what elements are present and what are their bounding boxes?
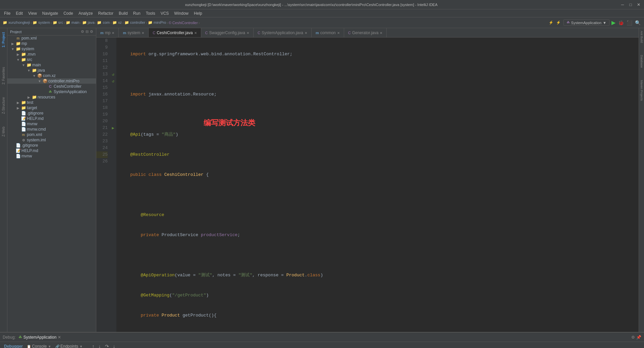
debugger-tab[interactable]: Debugger [3,343,24,348]
stop-button[interactable]: ⬛ [626,19,633,26]
code-line-9 [120,71,644,78]
folder-icon: 📁 [21,100,26,105]
tree-item-system[interactable]: ▼ 📁 system [7,46,96,52]
step-into-btn[interactable]: ↓ [112,343,117,348]
tree-item-root-mvnw[interactable]: 📄 mvnw [7,153,96,159]
breadcrumb-minipro[interactable]: 📁 miniPro [148,20,166,25]
debug-app-label[interactable]: ☘ SystemApplication ✕ [18,335,61,340]
run-config-dropdown[interactable]: ☘ SystemApplication ▼ [564,19,609,26]
tree-item-root-helpmd[interactable]: 📝 HELP.md [7,148,96,153]
project-tab[interactable]: 1: Project [0,29,7,50]
breadcrumb-controller[interactable]: 📁 controller [124,20,145,25]
bottom-panel: Debug: ☘ SystemApplication ✕ ⚙ 📌 Debugge… [0,332,644,348]
menu-vcs[interactable]: VCS [158,10,172,16]
tree-item-controller-minipro[interactable]: ▼ 📦 controller.miniPro [7,78,96,84]
tree-item-gitignore[interactable]: 📄 .gitignore [7,111,96,116]
code-editor[interactable]: 编写测试方法类 8 9 10 11 12 13 14 15 16 17 18 1… [96,38,644,332]
tree-item-ceshicontroller[interactable]: C CeshiController [7,84,96,89]
tab-swagger[interactable]: C SwaggerConfig.java ✕ [201,28,254,38]
menu-code[interactable]: Code [61,10,76,16]
menu-view[interactable]: View [25,10,40,16]
menu-edit[interactable]: Edit [13,10,25,16]
tree-item-target[interactable]: ▶ 📁 target [7,105,96,111]
menu-navigate[interactable]: Navigate [40,10,61,16]
breadcrumb-java[interactable]: 📁 java [82,20,95,25]
tab-common[interactable]: m common ✕ [312,28,344,38]
tree-item-systemapplication[interactable]: ☘ SystemApplication [7,89,96,94]
tab-system[interactable]: m system ✕ [119,28,149,38]
debug-button[interactable]: 🐞 [618,19,625,26]
gutter-run-icon-13[interactable]: ↺ [110,71,116,78]
database-panel[interactable]: Database [639,52,644,71]
favorites-tab[interactable]: 2: Favorites [0,64,7,87]
maximize-button[interactable]: □ [628,2,633,7]
xml-icon: m [21,133,26,137]
tree-item-mvnw[interactable]: 📄 mvnw [7,121,96,127]
step-over-btn[interactable]: ↷ [104,343,110,348]
breadcrumb-ceshi[interactable]: © CeshiController [169,21,198,25]
tree-item-test[interactable]: ▶ 📁 test [7,100,96,105]
code-line-21: private Product getProduct(){ [120,312,644,319]
tree-item-systemiml[interactable]: ⚙ system.iml [7,137,96,143]
project-header: Project ⚙ ⊟ ⚙ [7,28,96,36]
minimize-button[interactable]: ─ [620,2,625,7]
tree-item-mvnwcmd[interactable]: 📄 mvnw.cmd [7,127,96,132]
tree-item-pom[interactable]: m pom.xml [7,132,96,137]
breadcrumb-main[interactable]: 📁 main [66,20,79,25]
structure-tab[interactable]: Z-Structure [0,94,7,117]
tree-item-root-gitignore[interactable]: 📄 .gitignore [7,143,96,148]
project-settings-btn[interactable]: ⚙ [90,29,93,34]
tree-item-pom-root[interactable]: m pom.xml [7,36,96,41]
close-button[interactable]: ✕ [636,2,641,7]
code-line-16: @Resource [120,212,644,218]
tree-item-mp[interactable]: ▶ 📁 mp [7,41,96,46]
code-line-17: private ProductService productService; [120,232,644,238]
breadcrumb-xz[interactable]: 📁 xz [112,20,122,25]
console-tab[interactable]: 📋 Console ▼ [25,343,53,348]
debug-pin-btn[interactable]: 📌 [636,335,641,340]
project-collapse-btn[interactable]: ⊟ [86,29,89,34]
search-button[interactable]: 🔍 [634,19,641,26]
menu-tools[interactable]: Tools [143,10,158,16]
ant-build-panel[interactable]: Ant Build [639,28,644,46]
tab-ceshi[interactable]: C CeshiController.java ✕ [149,28,201,38]
tab-generator[interactable]: C Generator.java ✕ [344,28,387,38]
menu-build[interactable]: Build [116,10,130,16]
tree-item-helpmd[interactable]: 📝 HELP.md [7,116,96,121]
breadcrumb-src[interactable]: 📁 src [53,20,63,25]
code-content[interactable]: import org.springframework.web.bind.anno… [116,38,644,332]
tab-sysapp[interactable]: C SystemApplication.java ✕ [254,28,312,38]
project-tree: m pom.xml ▶ 📁 mp ▼ 📁 system ▶ 📁 .mvn [7,36,96,332]
menu-file[interactable]: File [1,10,13,16]
endpoints-tab[interactable]: 🔗 Endpoints ▼ [54,343,84,348]
gutter: ↺ ↺ ▶ [110,38,116,332]
menu-analyze[interactable]: Analyze [76,10,96,16]
gutter-run-icon-21[interactable]: ▶ [110,125,116,131]
run-button[interactable]: ▶ [611,19,616,26]
file-icon: 📄 [15,154,21,158]
gutter-run-icon-14[interactable]: ↺ [110,78,116,84]
breadcrumb-root[interactable]: 📁 xunzhongkeji [3,20,30,25]
debug-settings-btn[interactable]: ⚙ [631,335,635,340]
tree-item-resources[interactable]: ▶ 📁 resources [7,94,96,100]
folder-icon: 📁 [32,68,37,73]
step-down-btn[interactable]: ↓ [97,343,102,348]
breadcrumb-system[interactable]: 📁 system [33,20,50,25]
project-sync-btn[interactable]: ⚙ [81,29,84,34]
maven-panel[interactable]: Maven Projects [639,77,644,103]
step-up-btn[interactable]: ↑ [91,343,96,348]
tree-item-comxz[interactable]: ▼ 📦 com.xz [7,73,96,78]
menu-run[interactable]: Run [130,10,143,16]
tree-item-mvn[interactable]: ▶ 📁 .mvn [7,52,96,57]
tab-mp[interactable]: m mp ✕ [96,28,119,38]
class-icon: C [48,84,53,88]
web-tab[interactable]: Z-Web [0,124,7,139]
tree-item-src[interactable]: ▼ 📁 src [7,57,96,62]
menu-window[interactable]: Window [171,10,191,16]
tree-item-main[interactable]: ▼ 📁 main [7,62,96,68]
menu-refactor[interactable]: Refactor [96,10,116,16]
tree-item-java[interactable]: ▼ 📁 java [7,68,96,73]
menu-help[interactable]: Help [191,10,205,16]
code-line-11 [120,111,644,118]
breadcrumb-com[interactable]: 📁 com [97,20,110,25]
